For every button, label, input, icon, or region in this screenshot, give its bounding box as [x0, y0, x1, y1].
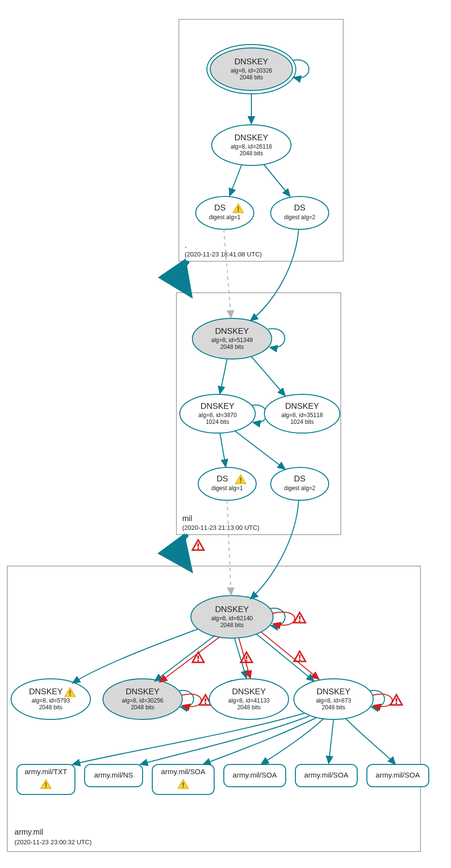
edge-mil-zsk1-ds1	[220, 433, 226, 467]
svg-text:DS: DS	[217, 474, 228, 483]
svg-text:DNSKEY: DNSKEY	[126, 687, 160, 696]
node-army-k2: DNSKEY alg=8, id=30256 2048 bits	[103, 679, 182, 719]
edge-root-zsk-ds1	[230, 165, 242, 196]
svg-text:DNSKEY: DNSKEY	[234, 57, 268, 66]
svg-text:alg=8, id=20326: alg=8, id=20326	[231, 67, 272, 74]
svg-text:alg=8, id=51349: alg=8, id=51349	[211, 337, 253, 344]
zone-mil-date: (2020-11-23 21:13:00 UTC)	[182, 524, 260, 531]
edge-armyksk-k1	[73, 629, 198, 683]
node-mil-zsk2: DNSKEY alg=8, id=35118 1024 bits	[264, 394, 340, 433]
svg-text:army.mil/SOA: army.mil/SOA	[161, 767, 205, 776]
svg-text:alg=8, id=873: alg=8, id=873	[316, 697, 351, 704]
error-icon	[241, 652, 252, 662]
node-mil-ds2: DS digest alg=2	[271, 467, 329, 500]
svg-text:DNSKEY: DNSKEY	[201, 402, 234, 411]
svg-text:DNSKEY: DNSKEY	[234, 133, 268, 142]
edge-mil-ds2-armyksk	[250, 500, 299, 599]
svg-text:DNSKEY: DNSKEY	[215, 327, 249, 336]
edge-mil-to-army-delegation	[181, 535, 188, 565]
edge-k4-rr4	[261, 718, 324, 764]
svg-point-36	[271, 467, 329, 500]
zone-mil-label: mil	[182, 514, 192, 523]
edge-armyksk-k4-teal	[256, 634, 314, 681]
rr-row: army.mil/TXT army.mil/NS army.mil/SOA ar…	[17, 764, 429, 794]
svg-text:digest alg=1: digest alg=1	[209, 214, 240, 221]
svg-text:DNSKEY: DNSKEY	[29, 687, 63, 696]
edge-root-to-mil-delegation	[182, 261, 189, 290]
edge-k4-rr2	[140, 716, 309, 764]
svg-text:2048 bits: 2048 bits	[237, 704, 261, 711]
svg-text:DNSKEY: DNSKEY	[215, 605, 249, 614]
svg-text:DS: DS	[294, 203, 306, 212]
svg-text:alg=8, id=30256: alg=8, id=30256	[122, 697, 163, 704]
error-icon	[192, 652, 204, 662]
node-root-ds1: DS digest alg=1	[196, 196, 254, 229]
edge-mil-ksk-zsk1	[220, 359, 227, 394]
edge-k4-rr5	[329, 719, 334, 763]
svg-text:army.mil/SOA: army.mil/SOA	[233, 771, 276, 779]
node-mil-zsk1: DNSKEY alg=8, id=3870 1024 bits	[180, 394, 255, 433]
svg-text:2048 bits: 2048 bits	[240, 150, 263, 157]
svg-point-18	[271, 196, 329, 229]
edge-armyksk-k2-red	[160, 637, 220, 682]
edge-root-ds2-milksk	[250, 229, 299, 321]
edge-mil-ksk-zsk2	[251, 357, 285, 396]
svg-text:digest alg=2: digest alg=2	[284, 485, 315, 492]
svg-text:2048 bits: 2048 bits	[240, 74, 263, 81]
edge-k4-rr6	[346, 718, 395, 764]
edge-mil-zsk1-ds2	[234, 431, 285, 469]
svg-text:DS: DS	[294, 474, 306, 483]
node-army-k3: DNSKEY alg=8, id=41133 2048 bits	[209, 679, 289, 719]
svg-text:2048 bits: 2048 bits	[131, 704, 155, 711]
edge-army-ksk-self-red	[272, 612, 295, 625]
svg-text:army.mil/SOA: army.mil/SOA	[376, 771, 420, 779]
node-root-ds2: DS digest alg=2	[271, 196, 329, 229]
svg-text:DNSKEY: DNSKEY	[285, 402, 319, 411]
svg-text:alg=8, id=35118: alg=8, id=35118	[281, 412, 323, 419]
svg-text:digest alg=2: digest alg=2	[284, 214, 315, 221]
edge-armyksk-k4-red	[261, 632, 319, 679]
svg-text:1024 bits: 1024 bits	[291, 419, 314, 425]
svg-text:2048 bits: 2048 bits	[220, 344, 244, 350]
svg-text:DS: DS	[214, 203, 226, 212]
svg-text:2048 bits: 2048 bits	[322, 704, 346, 711]
node-root-ksk: DNSKEY alg=8, id=20326 2048 bits	[207, 45, 296, 94]
svg-text:2048 bits: 2048 bits	[39, 704, 63, 711]
node-army-k4: DNSKEY alg=8, id=873 2048 bits	[294, 679, 373, 719]
svg-text:army.mil/TXT: army.mil/TXT	[25, 767, 67, 776]
node-mil-ksk: DNSKEY alg=8, id=51349 2048 bits	[192, 318, 272, 359]
edge-root-zsk-ds2	[263, 164, 290, 196]
svg-point-15	[196, 196, 254, 229]
svg-text:1024 bits: 1024 bits	[206, 419, 230, 425]
error-icon	[294, 613, 306, 623]
node-root-zsk: DNSKEY alg=8, id=26116 2048 bits	[212, 125, 291, 165]
node-mil-ds1: DS digest alg=1	[198, 467, 256, 500]
node-army-ksk: DNSKEY alg=8, id=62140 2048 bits	[191, 596, 273, 638]
svg-text:2048 bits: 2048 bits	[220, 622, 244, 629]
svg-text:DNSKEY: DNSKEY	[232, 687, 266, 696]
svg-text:army.mil/NS: army.mil/NS	[94, 771, 133, 779]
svg-text:alg=8, id=62140: alg=8, id=62140	[211, 615, 253, 622]
svg-text:alg=8, id=26116: alg=8, id=26116	[231, 143, 272, 150]
svg-text:alg=8, id=3870: alg=8, id=3870	[198, 412, 237, 419]
zone-army-label: army.mil	[15, 828, 43, 836]
svg-text:DNSKEY: DNSKEY	[317, 687, 350, 696]
edge-root-ds1-milksk	[224, 229, 231, 318]
svg-text:alg=8, id=41133: alg=8, id=41133	[228, 697, 270, 704]
zone-root-label: .	[185, 241, 187, 249]
svg-text:army.mil/SOA: army.mil/SOA	[304, 771, 348, 779]
error-icon	[192, 540, 204, 550]
zone-army-date: (2020-11-23 23:00:32 UTC)	[15, 838, 92, 846]
svg-text:alg=8, id=5793: alg=8, id=5793	[31, 697, 70, 704]
edge-mil-ds1-armyksk	[227, 500, 231, 595]
svg-text:digest alg=1: digest alg=1	[211, 485, 243, 492]
svg-point-33	[198, 467, 256, 500]
zone-root-date: (2020-11-23 18:41:08 UTC)	[185, 251, 262, 258]
node-army-k1: DNSKEY alg=8, id=5793 2048 bits	[11, 679, 90, 719]
